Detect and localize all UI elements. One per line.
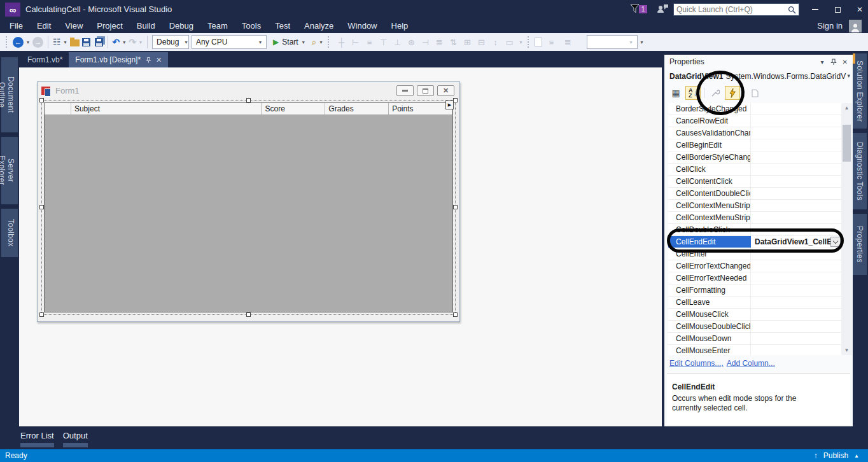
event-handler-value[interactable] — [751, 176, 841, 187]
event-handler-value[interactable] — [751, 200, 841, 211]
event-row-cellendedit[interactable]: CellEndEditDataGridView1_CellEndEdit — [668, 236, 841, 248]
resize-handle[interactable] — [453, 312, 458, 317]
event-handler-value[interactable] — [751, 297, 841, 308]
column-header-grades[interactable]: Grades — [325, 103, 389, 115]
save-icon[interactable] — [82, 38, 90, 46]
event-handler-value[interactable] — [751, 260, 841, 272]
resize-handle[interactable] — [246, 98, 251, 102]
minimize-button[interactable] — [806, 0, 825, 19]
empty-dropdown[interactable]: ▾ — [587, 35, 638, 49]
find-in-files-icon[interactable]: ⌕ — [312, 37, 317, 48]
menu-item-debug[interactable]: Debug — [162, 19, 200, 33]
event-row-cellmousedown[interactable]: CellMouseDown — [668, 333, 841, 345]
restore-button[interactable] — [828, 0, 847, 19]
notification-badge[interactable]: 1 — [639, 5, 647, 13]
event-row-cellformatting[interactable]: CellFormatting — [668, 284, 841, 297]
toolbar-overflow-caret[interactable]: ▾ — [320, 39, 323, 45]
event-handler-value[interactable]: DataGridView1_CellEndEdit — [751, 236, 841, 248]
column-header-score[interactable]: Score — [262, 103, 325, 115]
designer-form-window[interactable]: Form1 ✕ SubjectScoreGradesPoints ▶ — [37, 81, 460, 322]
events-scrollbar[interactable]: ▲ ▼ — [841, 103, 852, 355]
event-row-celldoubleclick[interactable]: CellDoubleClick — [668, 224, 841, 236]
event-handler-value[interactable] — [751, 309, 841, 320]
configuration-dropdown[interactable]: Debug ▾ — [152, 35, 189, 49]
handler-dropdown-button[interactable] — [830, 237, 841, 247]
window-position-caret-icon[interactable]: ▾ — [821, 59, 824, 66]
save-all-icon[interactable] — [95, 38, 103, 46]
tab-form1-vb[interactable]: Form1.vb* — [21, 52, 69, 67]
resize-handle[interactable] — [39, 312, 44, 317]
user-avatar-icon[interactable] — [849, 20, 862, 32]
resize-handle[interactable] — [39, 205, 44, 209]
edit-columns-link[interactable]: Edit Columns... — [669, 359, 721, 368]
new-project-icon[interactable]: ☷ — [53, 37, 61, 47]
event-handler-value[interactable] — [751, 164, 841, 175]
menu-item-help[interactable]: Help — [384, 19, 416, 33]
open-file-icon[interactable] — [70, 39, 80, 46]
event-handler-value[interactable] — [751, 248, 841, 260]
tab-form1-vb-design[interactable]: Form1.vb [Design]*✕ — [69, 52, 168, 67]
toolbar-overflow-caret[interactable]: ▾ — [641, 39, 643, 45]
close-button[interactable]: ✕ — [850, 0, 868, 19]
event-row-cellmouseenter[interactable]: CellMouseEnter — [668, 345, 841, 355]
add-column-link[interactable]: Add Column... — [727, 359, 775, 368]
bottom-tab-output[interactable]: Output — [63, 431, 88, 447]
event-row-cellcontextmenustripneeded[interactable]: CellContextMenuStripNeeded — [668, 212, 841, 224]
event-row-cellenter[interactable]: CellEnter — [668, 248, 841, 260]
pin-icon[interactable] — [145, 57, 151, 64]
event-handler-value[interactable] — [751, 345, 841, 355]
toolbar-drag-handle[interactable] — [528, 36, 530, 48]
column-header-subject[interactable]: Subject — [71, 103, 262, 115]
event-row-cellborderstylechanged[interactable]: CellBorderStyleChanged — [668, 151, 841, 164]
event-row-cellerrortextchanged[interactable]: CellErrorTextChanged — [668, 260, 841, 272]
menu-item-analyze[interactable]: Analyze — [297, 19, 340, 33]
event-row-cellcontextmenustripchanged[interactable]: CellContextMenuStripChanged — [668, 200, 841, 212]
event-handler-value[interactable] — [751, 224, 841, 235]
chevron-down-icon[interactable]: ▾ — [847, 73, 850, 79]
scrollbar-thumb[interactable] — [843, 125, 851, 162]
form-close-button[interactable]: ✕ — [437, 85, 454, 96]
menu-item-test[interactable]: Test — [268, 19, 297, 33]
menu-item-tools[interactable]: Tools — [235, 19, 268, 33]
toolbar-drag-handle[interactable] — [6, 36, 8, 48]
menu-item-view[interactable]: View — [58, 19, 90, 33]
resize-handle[interactable] — [453, 98, 458, 102]
search-icon[interactable] — [788, 6, 796, 14]
event-row-borderstylechanged[interactable]: BorderStyleChanged — [668, 103, 841, 115]
bottom-tab-error-list[interactable]: Error List — [20, 431, 54, 447]
undo-dropdown-caret[interactable]: ▾ — [123, 39, 125, 45]
scroll-down-icon[interactable]: ▼ — [841, 346, 852, 355]
event-handler-value[interactable] — [751, 188, 841, 199]
event-handler-value[interactable] — [751, 212, 841, 223]
sidebar-tab-server-explorer[interactable]: Server Explorer — [1, 137, 18, 204]
event-row-causesvalidationchanged[interactable]: CausesValidationChanged — [668, 127, 841, 139]
event-handler-value[interactable] — [751, 151, 841, 163]
resize-handle[interactable] — [39, 98, 44, 102]
close-icon[interactable]: ✕ — [156, 56, 162, 64]
form-maximize-button[interactable] — [417, 85, 434, 96]
event-row-cancelrowedit[interactable]: CancelRowEdit — [668, 115, 841, 127]
sidebar-tab-toolbox[interactable]: Toolbox — [1, 209, 18, 257]
event-row-cellmouseclick[interactable]: CellMouseClick — [668, 309, 841, 321]
event-row-cellleave[interactable]: CellLeave — [668, 297, 841, 309]
publish-control[interactable]: ↑ Publish ▲ — [814, 451, 859, 460]
event-handler-value[interactable] — [751, 139, 841, 151]
event-handler-value[interactable] — [751, 127, 841, 139]
back-dropdown-caret[interactable]: ▾ — [27, 39, 29, 45]
resize-handle[interactable] — [246, 312, 251, 317]
events-button[interactable] — [725, 86, 740, 100]
feedback-icon[interactable] — [657, 4, 669, 15]
smart-tag-button[interactable]: ▶ — [445, 101, 454, 109]
event-row-cellmousedoubleclick[interactable]: CellMouseDoubleClick — [668, 321, 841, 333]
quick-launch-box[interactable] — [673, 3, 799, 16]
column-header-points[interactable]: Points — [389, 103, 452, 115]
toolbar-drag-handle[interactable] — [328, 36, 330, 48]
properties-view-button[interactable] — [708, 86, 723, 100]
start-debug-button[interactable]: ▶ Start ▾ — [269, 34, 309, 50]
platform-dropdown[interactable]: Any CPU ▾ — [192, 35, 267, 49]
categorized-button[interactable]: ▦ — [668, 86, 683, 100]
object-selector-dropdown[interactable]: DataGridView1 System.Windows.Forms.DataG… — [664, 69, 853, 84]
scroll-up-icon[interactable]: ▲ — [841, 103, 852, 113]
sidebar-tab-properties[interactable]: Properties — [853, 214, 867, 275]
datagridview-control[interactable]: SubjectScoreGradesPoints ▶ — [44, 102, 453, 312]
